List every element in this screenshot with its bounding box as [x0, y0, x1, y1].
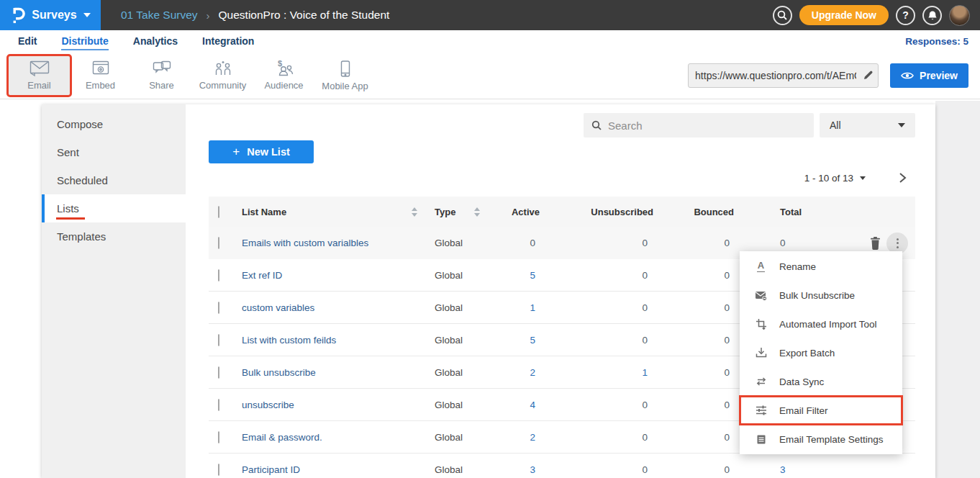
row-checkbox[interactable]	[218, 237, 219, 249]
header-total: Total	[744, 207, 813, 217]
pagination: 1 - 10 of 13	[209, 168, 915, 188]
delete-list-button[interactable]	[869, 236, 881, 250]
table-header-row: List Name Type Active Unsubscribed Bounc…	[209, 197, 915, 227]
tool-email[interactable]: Email	[9, 56, 70, 95]
email-template-settings-icon	[755, 434, 767, 445]
preview-button[interactable]: Preview	[890, 63, 968, 88]
list-name-link[interactable]: List with custom feilds	[242, 335, 422, 346]
tab-integration[interactable]: Integration	[190, 35, 266, 47]
breadcrumb: 01 Take Survey › QuestionPro : Voice of …	[121, 9, 389, 22]
new-list-button[interactable]: + New List	[209, 140, 314, 163]
menu-item-email-filter[interactable]: Email Filter	[740, 396, 902, 425]
list-name-link[interactable]: Emails with custom varialbles	[242, 238, 422, 248]
mobile-app-icon	[340, 60, 351, 78]
header-bounced: Bounced	[661, 207, 744, 217]
share-icon	[152, 60, 172, 77]
menu-item-export-batch[interactable]: Export Batch	[740, 338, 902, 367]
list-search-input[interactable]	[608, 120, 806, 132]
row-checkbox[interactable]	[218, 431, 219, 443]
upgrade-now-button[interactable]: Upgrade Now	[799, 5, 889, 25]
list-name-link[interactable]: Participant ID	[242, 464, 422, 475]
community-icon	[213, 60, 233, 77]
distribute-toolbar: Email Embed Share Community	[0, 52, 980, 99]
row-checkbox[interactable]	[218, 269, 219, 281]
surveys-product-switcher[interactable]: Surveys	[0, 0, 101, 30]
search-icon	[591, 120, 602, 130]
product-name: Surveys	[32, 9, 76, 22]
row-checkbox[interactable]	[218, 302, 219, 314]
eye-icon	[901, 71, 914, 80]
export-batch-icon	[755, 347, 767, 358]
sort-icon[interactable]	[412, 207, 417, 217]
questionpro-logo-icon	[10, 6, 25, 24]
survey-url-box	[688, 63, 879, 88]
list-name-link[interactable]: Email & password.	[242, 432, 422, 443]
row-checkbox[interactable]	[218, 334, 219, 346]
tab-distribute[interactable]: Distribute	[49, 35, 120, 47]
topbar-actions: Upgrade Now ?	[773, 5, 970, 26]
tool-audience[interactable]: $ Audience	[253, 56, 314, 95]
next-page-button[interactable]	[899, 172, 907, 184]
list-filter-dropdown[interactable]: All	[820, 113, 915, 137]
user-avatar[interactable]	[949, 5, 970, 26]
menu-item-bulk-unsubscribe[interactable]: Bulk Unsubscribe	[740, 281, 902, 310]
search-button[interactable]	[773, 6, 792, 25]
sidebar-item-templates[interactable]: Templates	[42, 222, 186, 251]
chevron-down-icon	[860, 176, 866, 180]
tool-community[interactable]: Community	[192, 56, 253, 95]
breadcrumb-survey-link[interactable]: 01 Take Survey	[121, 9, 198, 22]
topbar: Surveys 01 Take Survey › QuestionPro : V…	[0, 0, 980, 30]
kebab-icon	[897, 238, 899, 248]
sidebar-item-lists[interactable]: Lists	[42, 194, 186, 222]
rename-icon: A	[755, 261, 767, 271]
notifications-button[interactable]	[922, 6, 942, 25]
email-icon	[29, 60, 50, 77]
select-all-checkbox[interactable]	[218, 206, 219, 218]
sidebar-item-compose[interactable]: Compose	[42, 110, 186, 138]
row-checkbox[interactable]	[218, 399, 219, 411]
menu-item-data-sync[interactable]: Data Sync	[740, 367, 902, 396]
row-checkbox[interactable]	[218, 366, 219, 379]
breadcrumb-separator: ›	[207, 9, 210, 22]
chevron-down-icon	[898, 123, 905, 127]
menu-item-email-template-settings[interactable]: Email Template Settings	[740, 425, 902, 454]
survey-nav: Edit Distribute Analytics Integration Re…	[0, 30, 980, 52]
page-title: QuestionPro : Voice of the Student	[219, 9, 390, 22]
list-search-box	[584, 113, 814, 137]
email-sidebar: Compose Sent Scheduled Lists Templates	[42, 104, 186, 478]
tab-analytics[interactable]: Analytics	[121, 35, 190, 47]
sidebar-item-sent[interactable]: Sent	[42, 138, 186, 166]
tab-edit[interactable]: Edit	[6, 35, 49, 47]
tool-share[interactable]: Share	[131, 56, 192, 95]
search-icon	[777, 10, 787, 20]
bulk-unsubscribe-icon	[755, 290, 767, 301]
sort-icon[interactable]	[474, 207, 480, 217]
list-name-link[interactable]: Ext ref ID	[242, 270, 422, 281]
list-name-link[interactable]: Bulk unsubscribe	[242, 367, 422, 378]
bell-icon	[927, 10, 938, 21]
audience-icon: $	[273, 60, 295, 77]
list-name-link[interactable]: custom variables	[242, 302, 422, 313]
header-unsubscribed: Unsubscribed	[551, 207, 661, 217]
survey-url-input[interactable]	[689, 70, 858, 81]
question-mark-icon: ?	[902, 9, 909, 21]
list-name-link[interactable]: unsubscribe	[242, 400, 422, 410]
tool-mobile-app[interactable]: Mobile App	[314, 56, 376, 95]
sidebar-item-scheduled[interactable]: Scheduled	[42, 166, 186, 194]
plus-icon: +	[232, 145, 240, 159]
help-button[interactable]: ?	[896, 6, 915, 25]
data-sync-icon	[755, 376, 767, 387]
row-checkbox[interactable]	[218, 464, 219, 476]
menu-item-automated-import-tool[interactable]: Automated Import Tool	[740, 310, 902, 338]
header-type: Type	[435, 207, 455, 217]
edit-url-pencil-icon[interactable]	[858, 70, 878, 81]
table-row[interactable]: Participant ID Global 3 0 0 3	[209, 454, 915, 478]
pagination-range-dropdown[interactable]: 1 - 10 of 13	[804, 173, 866, 184]
responses-count[interactable]: Responses: 5	[905, 36, 968, 47]
row-menu-button[interactable]	[886, 233, 908, 254]
tool-embed[interactable]: Embed	[70, 56, 131, 95]
row-context-menu: A Rename Bulk Unsubscribe Automated Impo…	[740, 251, 902, 454]
embed-icon	[91, 60, 110, 77]
app-window: Surveys 01 Take Survey › QuestionPro : V…	[0, 0, 980, 478]
menu-item-rename[interactable]: A Rename	[740, 252, 902, 281]
